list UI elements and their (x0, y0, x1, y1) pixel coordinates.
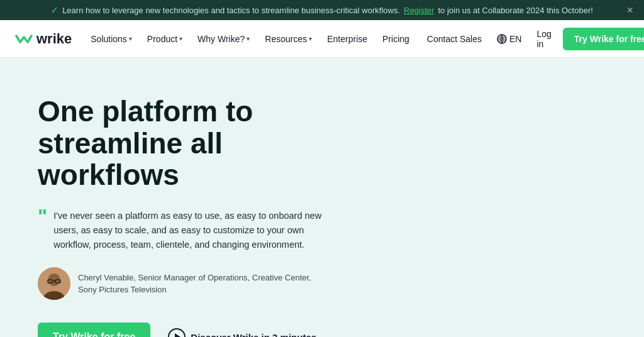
why-wrike-chevron-icon: ▾ (247, 35, 250, 42)
quote-mark-icon: " (38, 206, 47, 226)
check-icon: ✓ (51, 5, 58, 15)
hero-title: One platform to streamline all workflows (38, 96, 340, 191)
banner-text: Learn how to leverage new technologies a… (62, 6, 400, 15)
logo-text: wrike (36, 31, 72, 47)
announcement-banner: ✓ Learn how to leverage new technologies… (0, 0, 644, 20)
avatar-image (38, 267, 70, 300)
testimonial-quote-block: " I've never seen a platform as easy to … (38, 209, 340, 253)
nav-pricing[interactable]: Pricing (376, 29, 416, 49)
hero-section: One platform to streamline all workflows… (0, 58, 377, 337)
nav-why-wrike[interactable]: Why Wrike? ▾ (191, 29, 256, 49)
globe-icon (497, 34, 507, 44)
banner-close-button[interactable]: ✕ (626, 5, 634, 15)
author-name: Cheryl Venable, Senior Manager of Operat… (78, 272, 311, 284)
banner-suffix: to join us at Collaborate 2024 this Octo… (438, 6, 592, 15)
nav-language-selector[interactable]: EN (493, 29, 525, 49)
author-company: Sony Pictures Television (78, 284, 311, 296)
nav-resources[interactable]: Resources ▾ (258, 29, 318, 49)
product-chevron-icon: ▾ (179, 35, 182, 42)
nav-product[interactable]: Product ▾ (141, 29, 189, 49)
quote-text: I've never seen a platform as easy to us… (53, 209, 340, 253)
main-navbar: wrike Solutions ▾ Product ▾ Why Wrike? ▾… (0, 20, 644, 58)
language-label: EN (509, 34, 521, 44)
discover-label: Discover Wrike in 3 minutes (191, 332, 316, 337)
play-triangle-icon (175, 333, 180, 337)
wrike-logo-icon (15, 32, 33, 46)
hero-actions: Try Wrike for free Discover Wrike in 3 m… (38, 323, 340, 337)
nav-login-link[interactable]: Log in (530, 24, 557, 54)
hero-try-free-button[interactable]: Try Wrike for free (38, 323, 150, 337)
solutions-chevron-icon: ▾ (129, 35, 132, 42)
discover-video-link[interactable]: Discover Wrike in 3 minutes (168, 328, 316, 337)
nav-contact-sales[interactable]: Contact Sales (421, 29, 488, 49)
logo-link[interactable]: wrike (15, 31, 72, 47)
banner-register-link[interactable]: Register (404, 6, 434, 15)
author-info: Cheryl Venable, Senior Manager of Operat… (78, 272, 311, 296)
play-button-icon (168, 328, 186, 337)
quote-author-block: Cheryl Venable, Senior Manager of Operat… (38, 267, 340, 300)
resources-chevron-icon: ▾ (309, 35, 312, 42)
nav-right-section: Contact Sales EN Log in Try Wrike for fr… (421, 24, 644, 54)
author-avatar (38, 267, 70, 300)
nav-enterprise[interactable]: Enterprise (321, 29, 374, 49)
nav-solutions[interactable]: Solutions ▾ (84, 29, 138, 49)
nav-try-free-button[interactable]: Try Wrike for free (563, 28, 644, 50)
